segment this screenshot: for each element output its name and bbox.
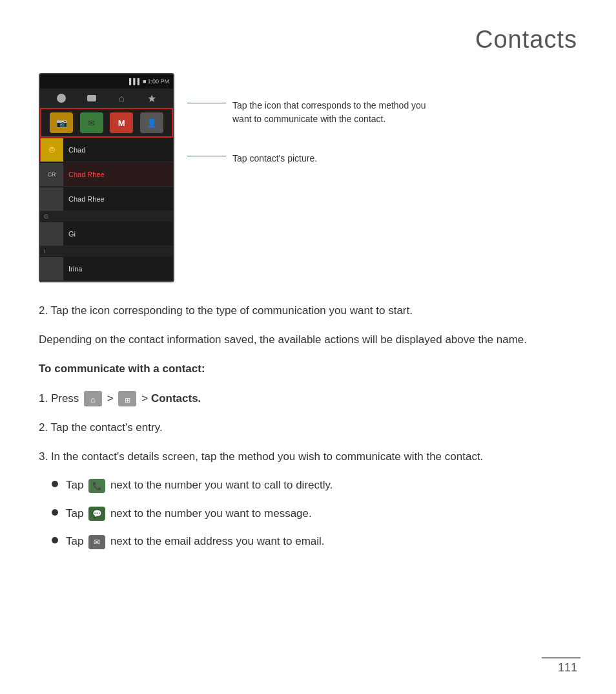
bullet-sms-suffix: next to the number you want to message. [110, 507, 312, 520]
profile-action-icon: 👤 [140, 112, 163, 133]
annotation-line-1 [187, 103, 226, 103]
bullet-list: Tap 📞 next to the number you want to cal… [52, 477, 577, 550]
screenshot-area: ▌▌▌ ■ 1:00 PM ⌂ ★ [39, 73, 577, 282]
email-icon: ✉ [88, 535, 105, 549]
bullet-phone-suffix: next to the number you want to call to d… [110, 479, 333, 491]
bullet-tap-label-3: Tap [66, 535, 87, 547]
annotation-1: Tap the icon that corresponds to the met… [187, 99, 577, 126]
letter-header-i: I [40, 246, 173, 257]
home-nav-icon: ⌂ [115, 92, 128, 104]
menu-nav-icon [85, 92, 98, 104]
contact-item-chad-rhee-2: Chad Rhee [40, 187, 173, 211]
back-nav-icon [55, 92, 68, 104]
bullet-email-suffix: next to the email address you want to em… [110, 535, 325, 547]
bullet-sms: Tap 💬 next to the number you want to mes… [52, 505, 577, 522]
chad-rhee-1-name: Chad Rhee [63, 171, 105, 178]
contact-actions-bar: 📷 ✉ M 👤 [40, 108, 173, 138]
step1-gt2: > [141, 392, 151, 405]
chad-name: Chad [63, 146, 85, 154]
bullet-phone-text: Tap 📞 next to the number you want to cal… [66, 477, 333, 494]
battery-icon: ■ [143, 78, 146, 85]
step1-text: 1. Press ⌂ > ⊞ > Contacts. [39, 390, 577, 407]
step2-text: 2. Tap the contact's entry. [39, 419, 577, 436]
gmail-action-icon: M [110, 112, 133, 133]
star-nav-icon: ★ [145, 92, 158, 104]
bullet-sms-text: Tap 💬 next to the number you want to mes… [66, 505, 312, 522]
gi-avatar [40, 222, 63, 246]
bullet-dot-2 [52, 509, 58, 516]
contact-item-irina: Irina [40, 257, 173, 281]
contact-list: 😊 Chad CR Chad Rhee Chad Rhee [40, 138, 173, 281]
annotation-line-2 [187, 156, 226, 156]
sms-action-icon: ✉ [80, 112, 103, 133]
bullet-dot-3 [52, 537, 58, 543]
annotation-text-2: Tap contact's picture. [232, 152, 317, 165]
contact-item-gi: Gi [40, 222, 173, 246]
nav-bar: ⌂ ★ [40, 89, 173, 108]
red-indicator [39, 138, 41, 162]
bullet-tap-label-1: Tap [66, 479, 87, 491]
status-icons: ▌▌▌ ■ 1:00 PM [129, 78, 169, 85]
main-content: ▌▌▌ ■ 1:00 PM ⌂ ★ [0, 67, 616, 587]
letter-header-g: G [40, 211, 173, 222]
chad-rhee-2-avatar [40, 187, 63, 211]
phone-screen: ▌▌▌ ■ 1:00 PM ⌂ ★ [39, 73, 174, 282]
page-title: Contacts [0, 0, 616, 67]
bullet-email-text: Tap ✉ next to the email address you want… [66, 533, 325, 550]
step2-intro-text: 2. Tap the icon corresponding to the typ… [39, 302, 577, 319]
annotations-area: Tap the icon that corresponds to the met… [187, 73, 577, 165]
step1-gt1: > [107, 392, 117, 405]
photo-action-icon: 📷 [50, 112, 73, 133]
step3-text: 3. In the contact's details screen, tap … [39, 448, 577, 465]
annotation-2: Tap contact's picture. [187, 152, 577, 165]
bullet-phone: Tap 📞 next to the number you want to cal… [52, 477, 577, 494]
page-number: 111 [558, 661, 577, 675]
phone-call-icon: 📞 [88, 479, 105, 493]
chad-rhee-1-avatar: CR [40, 163, 63, 186]
sms-icon: 💬 [88, 507, 105, 521]
gi-name: Gi [63, 230, 76, 238]
step1-label: 1. Press [39, 392, 79, 405]
communicate-heading: To communicate with a contact: [39, 360, 577, 377]
status-bar: ▌▌▌ ■ 1:00 PM [40, 74, 173, 89]
time-display: 1:00 PM [147, 78, 169, 85]
home-button-icon: ⌂ [84, 391, 102, 406]
contact-item-chad-rhee-1: CR Chad Rhee [40, 162, 173, 187]
bullet-dot-1 [52, 481, 58, 487]
depending-text: Depending on the contact information sav… [39, 331, 577, 348]
annotation-text-1: Tap the icon that corresponds to the met… [232, 99, 426, 126]
apps-button-icon: ⊞ [118, 391, 136, 406]
contacts-label: Contacts. [151, 392, 201, 405]
signal-icon: ▌▌▌ [129, 78, 141, 85]
chad-rhee-2-name: Chad Rhee [63, 195, 105, 203]
contact-item-chad: 😊 Chad [40, 138, 173, 162]
chad-avatar: 😊 [40, 138, 63, 162]
irina-name: Irina [63, 265, 82, 273]
bullet-tap-label-2: Tap [66, 507, 87, 520]
irina-avatar [40, 257, 63, 280]
bullet-email: Tap ✉ next to the email address you want… [52, 533, 577, 550]
footer-line [542, 657, 580, 658]
